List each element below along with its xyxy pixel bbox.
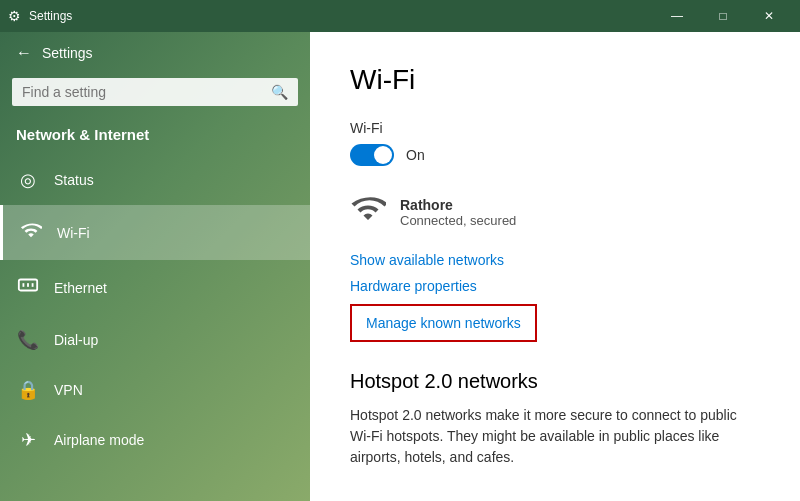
search-input[interactable] <box>22 84 263 100</box>
search-box[interactable]: 🔍 <box>12 78 298 106</box>
minimize-button[interactable]: — <box>654 0 700 32</box>
toggle-state-label: On <box>406 147 425 163</box>
sidebar-section-title: Network & Internet <box>0 118 310 155</box>
wifi-section-label: Wi-Fi <box>350 120 760 136</box>
hardware-properties-link[interactable]: Hardware properties <box>350 278 760 294</box>
sidebar-item-airplane[interactable]: ✈ Airplane mode <box>0 415 310 465</box>
app-body: ← Settings 🔍 Network & Internet ◎ Status <box>0 32 800 501</box>
sidebar-item-dialup[interactable]: 📞 Dial-up <box>0 315 310 365</box>
sidebar-item-status[interactable]: ◎ Status <box>0 155 310 205</box>
title-bar: ⚙ Settings — □ ✕ <box>0 0 800 32</box>
status-icon: ◎ <box>16 169 40 191</box>
page-title: Wi-Fi <box>350 64 760 96</box>
hotspot-title: Hotspot 2.0 networks <box>350 370 760 393</box>
dialup-icon: 📞 <box>16 329 40 351</box>
sidebar-item-ethernet[interactable]: Ethernet <box>0 260 310 315</box>
sidebar-nav: ◎ Status Wi-Fi <box>0 155 310 501</box>
ethernet-icon <box>16 274 40 301</box>
network-status: Connected, secured <box>400 213 516 228</box>
sidebar-item-vpn[interactable]: 🔒 VPN <box>0 365 310 415</box>
sidebar: ← Settings 🔍 Network & Internet ◎ Status <box>0 32 310 501</box>
wifi-nav-icon <box>19 219 43 246</box>
svg-rect-2 <box>27 283 29 287</box>
sidebar-item-label: Status <box>54 172 94 188</box>
vpn-icon: 🔒 <box>16 379 40 401</box>
wifi-toggle[interactable] <box>350 144 394 166</box>
content-area: Wi-Fi Wi-Fi On Rathore Connected, secure… <box>310 32 800 501</box>
sidebar-item-dialup-label: Dial-up <box>54 332 98 348</box>
sidebar-item-airplane-label: Airplane mode <box>54 432 144 448</box>
title-bar-controls: — □ ✕ <box>654 0 792 32</box>
show-available-networks-link[interactable]: Show available networks <box>350 252 760 268</box>
sidebar-back-label: Settings <box>42 45 93 61</box>
airplane-icon: ✈ <box>16 429 40 451</box>
settings-app-icon: ⚙ <box>8 8 21 24</box>
close-button[interactable]: ✕ <box>746 0 792 32</box>
sidebar-item-vpn-label: VPN <box>54 382 83 398</box>
svg-rect-1 <box>23 283 25 287</box>
sidebar-item-ethernet-label: Ethernet <box>54 280 107 296</box>
network-name: Rathore <box>400 197 516 213</box>
svg-rect-3 <box>32 283 34 287</box>
network-info: Rathore Connected, secured <box>400 197 516 228</box>
hotspot-description: Hotspot 2.0 networks make it more secure… <box>350 405 760 468</box>
search-icon: 🔍 <box>271 84 288 100</box>
network-card: Rathore Connected, secured <box>350 190 760 234</box>
maximize-button[interactable]: □ <box>700 0 746 32</box>
sidebar-item-wifi-label: Wi-Fi <box>57 225 90 241</box>
title-bar-title: Settings <box>29 9 72 23</box>
manage-known-networks-box[interactable]: Manage known networks <box>350 304 537 342</box>
title-bar-left: ⚙ Settings <box>8 8 72 24</box>
sidebar-back-button[interactable]: ← Settings <box>0 32 310 74</box>
sidebar-item-wifi[interactable]: Wi-Fi <box>0 205 310 260</box>
toggle-knob <box>374 146 392 164</box>
manage-known-networks-link[interactable]: Manage known networks <box>366 315 521 331</box>
wifi-connected-icon <box>350 190 386 234</box>
wifi-toggle-row: On <box>350 144 760 166</box>
back-arrow-icon: ← <box>16 44 32 62</box>
